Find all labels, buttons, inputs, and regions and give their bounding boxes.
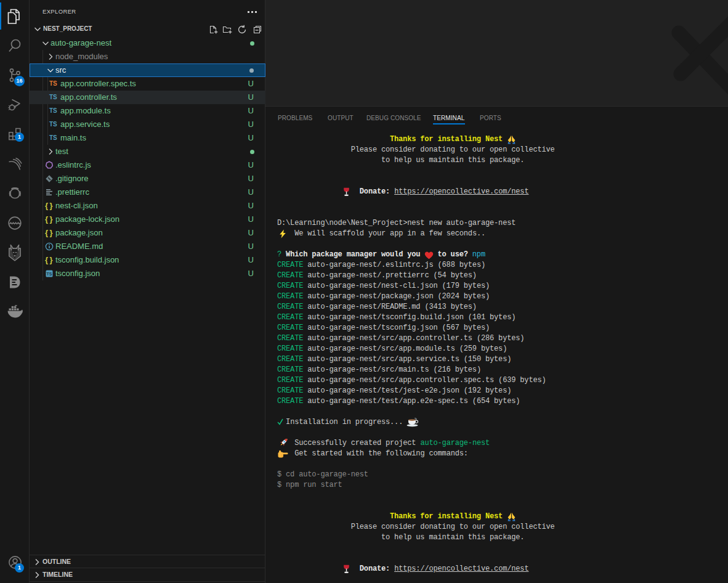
svg-text:TS: TS: [47, 272, 52, 276]
